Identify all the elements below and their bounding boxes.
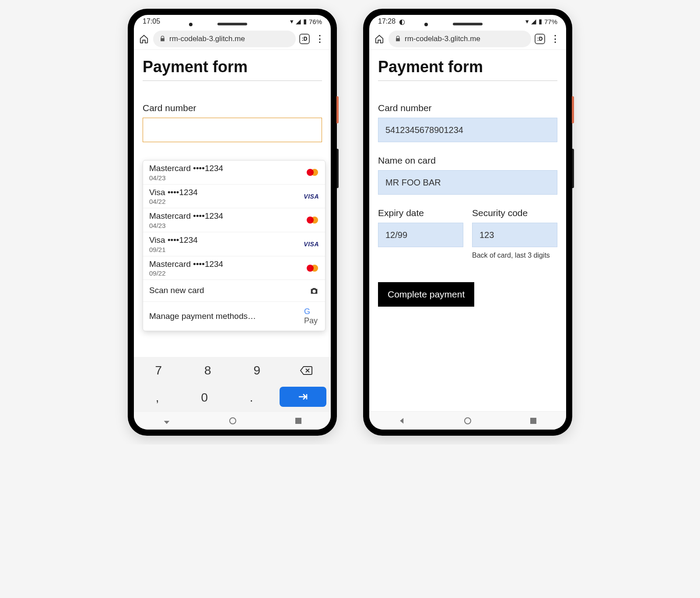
key-backspace[interactable] bbox=[282, 357, 331, 384]
card-number-input[interactable]: 5412345678901234 bbox=[378, 118, 557, 142]
card-number-input[interactable] bbox=[143, 118, 322, 142]
wifi-icon: ▾ bbox=[525, 17, 529, 25]
card-number-label: Card number bbox=[143, 103, 322, 113]
data-saver-icon: ◐ bbox=[399, 17, 405, 26]
lock-icon bbox=[159, 35, 166, 42]
scan-new-card[interactable]: Scan new card bbox=[143, 280, 325, 302]
address-bar[interactable]: rm-codelab-3.glitch.me bbox=[388, 31, 531, 47]
mastercard-icon bbox=[304, 168, 319, 177]
volume-button bbox=[572, 149, 574, 188]
submit-button[interactable]: Complete payment bbox=[378, 282, 474, 307]
page-title: Payment form bbox=[143, 58, 322, 81]
key-9[interactable]: 9 bbox=[232, 357, 282, 384]
battery-icon: ▮ bbox=[539, 17, 542, 25]
autofill-card-1[interactable]: Visa ••••1234 04/22 VISA bbox=[143, 185, 325, 209]
nav-back-icon[interactable] bbox=[163, 417, 171, 425]
svg-rect-1 bbox=[295, 418, 301, 424]
svg-point-2 bbox=[465, 418, 471, 424]
cvc-input[interactable]: 123 bbox=[472, 223, 557, 247]
address-bar[interactable]: rm-codelab-3.glitch.me bbox=[153, 31, 296, 47]
battery-text: 76% bbox=[309, 18, 322, 25]
gpay-icon: G Pay bbox=[304, 307, 319, 325]
phone-right: 17:28 ◐ ▾ ◢ ▮ 77% rm-codelab-3.glitch.me… bbox=[363, 9, 572, 436]
visa-icon: VISA bbox=[304, 241, 319, 248]
battery-text: 77% bbox=[544, 18, 557, 25]
volume-button bbox=[337, 149, 339, 188]
signal-icon: ◢ bbox=[531, 17, 536, 25]
url-text: rm-codelab-3.glitch.me bbox=[405, 35, 480, 43]
svg-rect-3 bbox=[530, 418, 536, 424]
name-input[interactable]: MR FOO BAR bbox=[378, 170, 557, 195]
mastercard-icon bbox=[304, 264, 319, 273]
power-button bbox=[336, 96, 339, 123]
key-7[interactable]: 7 bbox=[134, 357, 183, 384]
home-icon[interactable] bbox=[138, 33, 150, 45]
battery-icon: ▮ bbox=[303, 17, 307, 25]
url-text: rm-codelab-3.glitch.me bbox=[169, 35, 245, 43]
card-number-label: Card number bbox=[378, 103, 557, 113]
key-0[interactable]: 0 bbox=[181, 384, 228, 411]
status-bar: 17:05 ▾ ◢ ▮ 76% bbox=[134, 15, 331, 28]
cvc-label: Security code bbox=[472, 208, 557, 218]
wifi-icon: ▾ bbox=[290, 17, 294, 25]
page-title: Payment form bbox=[378, 58, 557, 81]
home-icon[interactable] bbox=[374, 33, 385, 45]
menu-icon[interactable]: ⋮ bbox=[313, 33, 326, 45]
name-label: Name on card bbox=[378, 155, 557, 166]
status-bar: 17:28 ◐ ▾ ◢ ▮ 77% bbox=[369, 15, 566, 28]
clock: 17:05 bbox=[143, 17, 160, 25]
clock: 17:28 bbox=[378, 17, 396, 25]
key-enter[interactable] bbox=[280, 387, 327, 407]
expiry-label: Expiry date bbox=[378, 208, 463, 218]
manage-payment-methods[interactable]: Manage payment methods… G Pay bbox=[143, 302, 325, 331]
nav-bar bbox=[369, 411, 566, 430]
phone-left: 17:05 ▾ ◢ ▮ 76% rm-codelab-3.glitch.me :… bbox=[128, 9, 337, 436]
tabs-badge[interactable]: :D bbox=[535, 34, 545, 44]
numeric-keypad: 7 8 9 , 0 . bbox=[134, 357, 331, 411]
mastercard-icon bbox=[304, 216, 319, 224]
autofill-card-3[interactable]: Visa ••••1234 09/21 VISA bbox=[143, 232, 325, 256]
camera-icon bbox=[304, 286, 319, 296]
signal-icon: ◢ bbox=[296, 17, 301, 25]
autofill-card-4[interactable]: Mastercard ••••1234 09/22 bbox=[143, 256, 325, 280]
nav-home-icon[interactable] bbox=[464, 417, 472, 425]
power-button bbox=[572, 96, 574, 123]
key-8[interactable]: 8 bbox=[183, 357, 233, 384]
browser-bar: rm-codelab-3.glitch.me :D ⋮ bbox=[134, 28, 331, 50]
autofill-card-0[interactable]: Mastercard ••••1234 04/23 bbox=[143, 161, 325, 185]
menu-icon[interactable]: ⋮ bbox=[549, 33, 562, 45]
key-period[interactable]: . bbox=[228, 384, 275, 411]
autofill-card-2[interactable]: Mastercard ••••1234 04/23 bbox=[143, 208, 325, 232]
autofill-dropdown: Mastercard ••••1234 04/23 Visa ••••1234 … bbox=[143, 160, 326, 331]
nav-home-icon[interactable] bbox=[229, 417, 237, 425]
lock-icon bbox=[395, 35, 401, 42]
visa-icon: VISA bbox=[304, 193, 319, 200]
tabs-badge[interactable]: :D bbox=[299, 34, 310, 44]
nav-recent-icon[interactable] bbox=[530, 417, 537, 424]
nav-bar bbox=[134, 411, 331, 430]
cvc-hint: Back of card, last 3 digits bbox=[472, 252, 557, 259]
svg-point-0 bbox=[230, 418, 236, 424]
nav-recent-icon[interactable] bbox=[295, 417, 302, 424]
browser-bar: rm-codelab-3.glitch.me :D ⋮ bbox=[369, 28, 566, 50]
expiry-input[interactable]: 12/99 bbox=[378, 223, 463, 247]
nav-back-icon[interactable] bbox=[399, 417, 406, 424]
key-comma[interactable]: , bbox=[134, 384, 181, 411]
